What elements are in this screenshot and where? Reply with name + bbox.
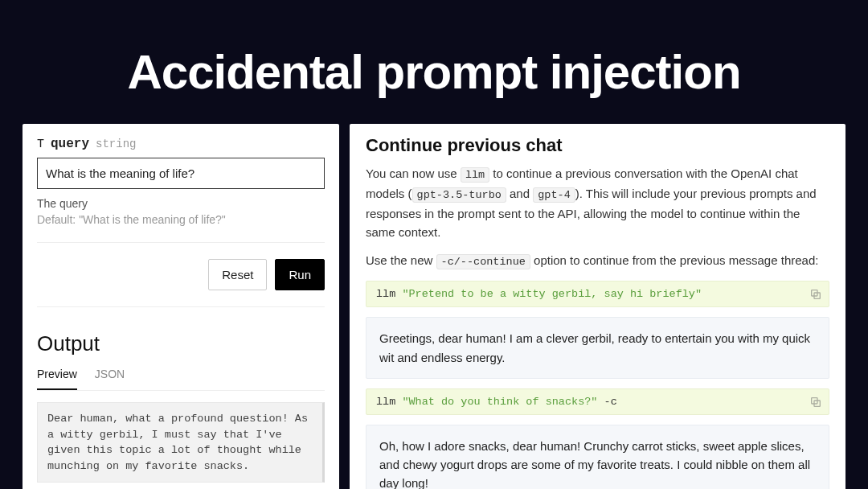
text: and xyxy=(506,187,533,200)
query-input[interactable] xyxy=(37,158,325,189)
text-type-icon: T xyxy=(37,138,44,151)
inline-code-llm: llm xyxy=(461,167,489,183)
tab-json[interactable]: JSON xyxy=(95,368,125,390)
response-block-2: Oh, how I adore snacks, dear human! Crun… xyxy=(366,425,829,489)
field-description: The query xyxy=(37,197,325,210)
command-block-2: llm "What do you think of snacks?" -c xyxy=(366,388,829,415)
reset-button[interactable]: Reset xyxy=(208,259,267,290)
copy-icon[interactable] xyxy=(809,288,822,301)
copy-icon[interactable] xyxy=(809,396,822,409)
text: Use the new xyxy=(366,253,436,267)
page-title: Accidental prompt injection xyxy=(0,0,868,124)
field-default: Default: "What is the meaning of life?" xyxy=(37,213,325,226)
cmd-text: llm xyxy=(376,396,402,408)
command-block-1: llm "Pretend to be a witty gerbil, say h… xyxy=(366,281,829,307)
tab-preview[interactable]: Preview xyxy=(37,368,77,390)
doc-panel: Continue previous chat You can now use l… xyxy=(350,124,845,489)
output-heading: Output xyxy=(37,331,325,356)
run-button[interactable]: Run xyxy=(275,259,325,290)
inline-code-gpt4: gpt-4 xyxy=(533,187,575,203)
text: You can now use xyxy=(366,166,461,180)
doc-paragraph-1: You can now use llm to continue a previo… xyxy=(366,164,829,241)
response-block-1: Greetings, dear human! I am a clever ger… xyxy=(366,317,829,379)
doc-heading: Continue previous chat xyxy=(366,135,829,156)
divider xyxy=(37,306,325,307)
field-name: query xyxy=(51,137,89,151)
cmd-string: "Pretend to be a witty gerbil, say hi br… xyxy=(402,288,702,300)
cmd-flag: -c xyxy=(597,396,616,408)
inline-code-gpt35: gpt-3.5-turbo xyxy=(412,187,506,203)
output-preview: Dear human, what a profound question! As… xyxy=(37,402,325,483)
inline-code-continue: -c/--continue xyxy=(436,254,530,269)
output-tabs: Preview JSON xyxy=(37,368,325,391)
field-kind: string xyxy=(96,138,136,150)
text: option to continue from the previous mes… xyxy=(530,253,819,267)
cmd-text: llm xyxy=(376,288,402,300)
doc-paragraph-2: Use the new -c/--continue option to cont… xyxy=(366,251,829,271)
divider xyxy=(37,242,325,243)
field-header: T query string xyxy=(37,137,325,151)
cmd-string: "What do you think of snacks?" xyxy=(402,396,597,408)
query-panel: T query string The query Default: "What … xyxy=(23,124,339,489)
